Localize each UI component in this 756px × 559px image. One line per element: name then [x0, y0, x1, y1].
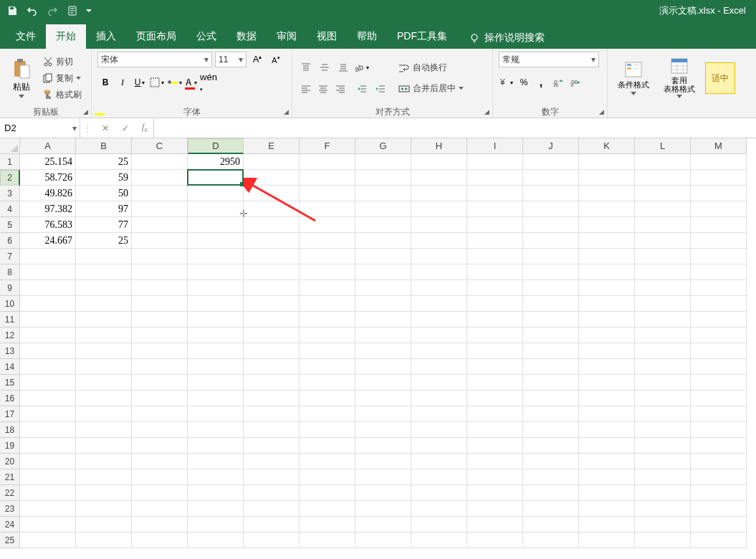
cell-A5[interactable]: 76.583: [20, 217, 76, 233]
cell-K23[interactable]: [579, 501, 635, 517]
cell-E18[interactable]: [244, 422, 300, 438]
cell-I10[interactable]: [467, 296, 523, 312]
cell-G25[interactable]: [355, 532, 411, 548]
cell-D1[interactable]: 2950: [188, 154, 244, 170]
cell-M9[interactable]: [691, 280, 747, 296]
cell-D11[interactable]: [188, 312, 244, 328]
cell-C7[interactable]: [132, 249, 188, 264]
cell-C6[interactable]: [132, 233, 188, 249]
cell-M5[interactable]: [691, 217, 747, 233]
tab-formulas[interactable]: 公式: [186, 24, 226, 49]
cell-E22[interactable]: [244, 485, 300, 501]
cell-L20[interactable]: [635, 454, 691, 469]
cell-M22[interactable]: [691, 485, 747, 501]
cell-D3[interactable]: [188, 186, 244, 201]
cell-C22[interactable]: [132, 485, 188, 501]
align-center-button[interactable]: [315, 81, 331, 97]
cell-I11[interactable]: [467, 312, 523, 328]
cell-A25[interactable]: [20, 532, 76, 548]
cell-J18[interactable]: [523, 422, 579, 438]
cell-F17[interactable]: [300, 406, 355, 422]
cell-D13[interactable]: [188, 343, 244, 359]
cell-L5[interactable]: [635, 217, 691, 233]
cell-C13[interactable]: [132, 343, 188, 359]
column-header-E[interactable]: E: [244, 138, 300, 154]
cell-K2[interactable]: [579, 170, 635, 186]
column-header-L[interactable]: L: [635, 138, 691, 154]
cell-H9[interactable]: [411, 280, 467, 296]
cell-E10[interactable]: [244, 296, 300, 312]
qat-customize-button[interactable]: [83, 2, 95, 19]
name-box[interactable]: ▾: [0, 118, 80, 138]
cell-J22[interactable]: [523, 485, 579, 501]
cell-M25[interactable]: [691, 532, 747, 548]
cell-H1[interactable]: [411, 154, 467, 170]
percent-button[interactable]: %: [516, 75, 532, 90]
underline-button[interactable]: U▾: [132, 75, 148, 90]
decrease-font-button[interactable]: A▾: [268, 52, 284, 67]
cell-F13[interactable]: [300, 343, 355, 359]
cell-A16[interactable]: [20, 391, 76, 406]
cell-F4[interactable]: [300, 201, 355, 217]
cell-J4[interactable]: [523, 201, 579, 217]
cell-E2[interactable]: [244, 170, 300, 186]
cell-E16[interactable]: [244, 391, 300, 406]
cell-J23[interactable]: [523, 501, 579, 517]
cell-E1[interactable]: [244, 154, 300, 170]
row-header-21[interactable]: 21: [0, 469, 20, 485]
chevron-down-icon[interactable]: ▾: [70, 123, 80, 133]
cell-K22[interactable]: [579, 485, 635, 501]
cell-G8[interactable]: [355, 264, 411, 280]
cell-L16[interactable]: [635, 391, 691, 406]
cell-H5[interactable]: [411, 217, 467, 233]
cell-E8[interactable]: [244, 264, 300, 280]
cell-B22[interactable]: [76, 485, 132, 501]
cell-B23[interactable]: [76, 501, 132, 517]
cell-M1[interactable]: [691, 154, 747, 170]
cell-D14[interactable]: [188, 359, 244, 375]
cell-M16[interactable]: [691, 391, 747, 406]
cell-G5[interactable]: [355, 217, 411, 233]
cut-button[interactable]: 剪切: [40, 54, 85, 70]
row-header-19[interactable]: 19: [0, 438, 20, 454]
cell-E25[interactable]: [244, 532, 300, 548]
cells-area[interactable]: 25.15425295058.7265949.8265097.3829776.5…: [20, 154, 747, 548]
tab-data[interactable]: 数据: [226, 24, 267, 49]
align-top-button[interactable]: [298, 59, 314, 75]
row-header-15[interactable]: 15: [0, 375, 20, 391]
cell-C24[interactable]: [132, 517, 188, 532]
cell-G9[interactable]: [355, 280, 411, 296]
comma-style-button[interactable]: ,: [533, 75, 549, 90]
cell-J5[interactable]: [523, 217, 579, 233]
cell-A9[interactable]: [20, 280, 76, 296]
column-header-C[interactable]: C: [132, 138, 188, 154]
cell-E19[interactable]: [244, 438, 300, 454]
cell-J25[interactable]: [523, 532, 579, 548]
cell-D12[interactable]: [188, 328, 244, 343]
cell-H24[interactable]: [411, 517, 467, 532]
row-header-11[interactable]: 11: [0, 312, 20, 328]
cell-G7[interactable]: [355, 249, 411, 264]
cell-K14[interactable]: [579, 359, 635, 375]
cell-G12[interactable]: [355, 328, 411, 343]
cell-D4[interactable]: [188, 201, 244, 217]
cell-M11[interactable]: [691, 312, 747, 328]
cell-A11[interactable]: [20, 312, 76, 328]
cell-A19[interactable]: [20, 438, 76, 454]
column-header-B[interactable]: B: [76, 138, 132, 154]
cell-L11[interactable]: [635, 312, 691, 328]
cell-E21[interactable]: [244, 469, 300, 485]
cell-G18[interactable]: [355, 422, 411, 438]
cell-L24[interactable]: [635, 517, 691, 532]
paste-button[interactable]: 粘贴: [6, 53, 37, 103]
cell-M10[interactable]: [691, 296, 747, 312]
column-header-K[interactable]: K: [579, 138, 635, 154]
cell-F3[interactable]: [300, 186, 355, 201]
cell-H22[interactable]: [411, 485, 467, 501]
cell-I4[interactable]: [467, 201, 523, 217]
cell-J19[interactable]: [523, 438, 579, 454]
cell-F1[interactable]: [300, 154, 355, 170]
tab-insert[interactable]: 插入: [86, 24, 126, 49]
align-middle-button[interactable]: [317, 59, 332, 75]
number-format-select[interactable]: 常规 ▾: [499, 52, 599, 67]
